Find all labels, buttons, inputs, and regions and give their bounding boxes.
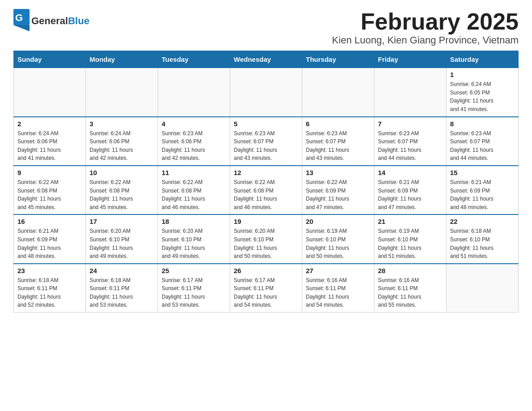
day-number: 19: [234, 218, 298, 225]
day-info: Sunrise: 6:19 AM Sunset: 6:10 PM Dayligh…: [306, 227, 370, 260]
calendar-week-5: 23Sunrise: 6:18 AM Sunset: 6:11 PM Dayli…: [14, 264, 519, 313]
calendar-cell: [446, 264, 519, 313]
page-header: G General Blue February 2025 Kien Luong,…: [13, 9, 519, 46]
logo-general: General: [31, 15, 68, 27]
day-number: 18: [162, 218, 226, 225]
day-number: 21: [378, 218, 442, 225]
day-number: 25: [162, 267, 226, 274]
calendar-cell: 7Sunrise: 6:23 AM Sunset: 6:07 PM Daylig…: [374, 117, 446, 166]
calendar-cell: 8Sunrise: 6:23 AM Sunset: 6:07 PM Daylig…: [446, 117, 519, 166]
calendar-cell: 4Sunrise: 6:23 AM Sunset: 6:06 PM Daylig…: [158, 117, 230, 166]
calendar-title-block: February 2025 Kien Luong, Kien Giang Pro…: [332, 9, 519, 46]
weekday-header-thursday: Thursday: [302, 51, 374, 68]
day-info: Sunrise: 6:21 AM Sunset: 6:09 PM Dayligh…: [450, 178, 515, 211]
day-info: Sunrise: 6:20 AM Sunset: 6:10 PM Dayligh…: [234, 227, 298, 260]
calendar-table: SundayMondayTuesdayWednesdayThursdayFrid…: [13, 51, 519, 313]
day-info: Sunrise: 6:16 AM Sunset: 6:11 PM Dayligh…: [378, 276, 442, 309]
calendar-cell: 9Sunrise: 6:22 AM Sunset: 6:08 PM Daylig…: [14, 166, 86, 214]
calendar-cell: 21Sunrise: 6:19 AM Sunset: 6:10 PM Dayli…: [374, 214, 446, 263]
day-info: Sunrise: 6:23 AM Sunset: 6:06 PM Dayligh…: [162, 129, 226, 163]
day-info: Sunrise: 6:22 AM Sunset: 6:09 PM Dayligh…: [306, 178, 370, 211]
calendar-cell: 27Sunrise: 6:16 AM Sunset: 6:11 PM Dayli…: [302, 264, 374, 313]
calendar-cell: 10Sunrise: 6:22 AM Sunset: 6:08 PM Dayli…: [86, 166, 158, 214]
calendar-cell: 23Sunrise: 6:18 AM Sunset: 6:11 PM Dayli…: [14, 264, 86, 313]
day-info: Sunrise: 6:18 AM Sunset: 6:10 PM Dayligh…: [450, 227, 515, 260]
day-number: 27: [306, 267, 370, 274]
day-number: 12: [234, 169, 298, 176]
day-info: Sunrise: 6:24 AM Sunset: 6:05 PM Dayligh…: [450, 80, 515, 113]
day-info: Sunrise: 6:18 AM Sunset: 6:11 PM Dayligh…: [90, 276, 154, 309]
day-info: Sunrise: 6:20 AM Sunset: 6:10 PM Dayligh…: [90, 227, 154, 260]
calendar-cell: [374, 68, 446, 117]
day-info: Sunrise: 6:20 AM Sunset: 6:10 PM Dayligh…: [162, 227, 226, 260]
calendar-cell: 13Sunrise: 6:22 AM Sunset: 6:09 PM Dayli…: [302, 166, 374, 214]
day-info: Sunrise: 6:24 AM Sunset: 6:06 PM Dayligh…: [17, 129, 82, 163]
day-info: Sunrise: 6:23 AM Sunset: 6:07 PM Dayligh…: [450, 129, 515, 163]
day-number: 7: [378, 120, 442, 128]
day-number: 23: [17, 267, 82, 274]
weekday-header-friday: Friday: [374, 51, 446, 68]
day-number: 24: [90, 267, 154, 274]
day-number: 8: [450, 120, 515, 128]
calendar-cell: 24Sunrise: 6:18 AM Sunset: 6:11 PM Dayli…: [86, 264, 158, 313]
day-number: 1: [450, 71, 515, 78]
weekday-header-saturday: Saturday: [446, 51, 519, 68]
day-info: Sunrise: 6:17 AM Sunset: 6:11 PM Dayligh…: [234, 276, 298, 309]
logo: G General Blue: [13, 9, 90, 33]
weekday-header-tuesday: Tuesday: [158, 51, 230, 68]
calendar-title: February 2025: [332, 9, 519, 34]
day-number: 28: [378, 267, 442, 274]
day-number: 26: [234, 267, 298, 274]
day-info: Sunrise: 6:24 AM Sunset: 6:06 PM Dayligh…: [90, 129, 154, 163]
calendar-cell: 17Sunrise: 6:20 AM Sunset: 6:10 PM Dayli…: [86, 214, 158, 263]
weekday-header-wednesday: Wednesday: [230, 51, 302, 68]
day-info: Sunrise: 6:16 AM Sunset: 6:11 PM Dayligh…: [306, 276, 370, 309]
day-number: 15: [450, 169, 515, 176]
day-number: 10: [90, 169, 154, 176]
svg-marker-1: [13, 25, 30, 31]
day-info: Sunrise: 6:21 AM Sunset: 6:09 PM Dayligh…: [378, 178, 442, 211]
calendar-cell: [302, 68, 374, 117]
logo-icon: G: [13, 9, 30, 33]
logo-blue: Blue: [68, 15, 90, 27]
day-info: Sunrise: 6:19 AM Sunset: 6:10 PM Dayligh…: [378, 227, 442, 260]
calendar-subtitle: Kien Luong, Kien Giang Province, Vietnam: [332, 34, 519, 46]
calendar-cell: 6Sunrise: 6:23 AM Sunset: 6:07 PM Daylig…: [302, 117, 374, 166]
calendar-cell: 5Sunrise: 6:23 AM Sunset: 6:07 PM Daylig…: [230, 117, 302, 166]
calendar-cell: 3Sunrise: 6:24 AM Sunset: 6:06 PM Daylig…: [86, 117, 158, 166]
calendar-cell: 28Sunrise: 6:16 AM Sunset: 6:11 PM Dayli…: [374, 264, 446, 313]
day-info: Sunrise: 6:22 AM Sunset: 6:08 PM Dayligh…: [90, 178, 154, 211]
calendar-header-row: SundayMondayTuesdayWednesdayThursdayFrid…: [14, 51, 519, 68]
day-info: Sunrise: 6:23 AM Sunset: 6:07 PM Dayligh…: [306, 129, 370, 163]
calendar-cell: 2Sunrise: 6:24 AM Sunset: 6:06 PM Daylig…: [14, 117, 86, 166]
day-info: Sunrise: 6:22 AM Sunset: 6:08 PM Dayligh…: [17, 178, 82, 211]
calendar-cell: 25Sunrise: 6:17 AM Sunset: 6:11 PM Dayli…: [158, 264, 230, 313]
day-info: Sunrise: 6:23 AM Sunset: 6:07 PM Dayligh…: [234, 129, 298, 163]
calendar-cell: 1Sunrise: 6:24 AM Sunset: 6:05 PM Daylig…: [446, 68, 519, 117]
day-number: 13: [306, 169, 370, 176]
weekday-header-sunday: Sunday: [14, 51, 86, 68]
day-number: 14: [378, 169, 442, 176]
calendar-cell: [86, 68, 158, 117]
day-number: 9: [17, 169, 82, 176]
calendar-cell: 18Sunrise: 6:20 AM Sunset: 6:10 PM Dayli…: [158, 214, 230, 263]
calendar-cell: [158, 68, 230, 117]
day-number: 2: [17, 120, 82, 128]
day-info: Sunrise: 6:21 AM Sunset: 6:09 PM Dayligh…: [17, 227, 82, 260]
day-number: 5: [234, 120, 298, 128]
calendar-cell: 22Sunrise: 6:18 AM Sunset: 6:10 PM Dayli…: [446, 214, 519, 263]
calendar-cell: [230, 68, 302, 117]
day-number: 17: [90, 218, 154, 225]
weekday-header-monday: Monday: [86, 51, 158, 68]
calendar-week-1: 1Sunrise: 6:24 AM Sunset: 6:05 PM Daylig…: [14, 68, 519, 117]
day-number: 20: [306, 218, 370, 225]
day-number: 22: [450, 218, 515, 225]
day-info: Sunrise: 6:22 AM Sunset: 6:08 PM Dayligh…: [234, 178, 298, 211]
calendar-cell: 16Sunrise: 6:21 AM Sunset: 6:09 PM Dayli…: [14, 214, 86, 263]
day-info: Sunrise: 6:23 AM Sunset: 6:07 PM Dayligh…: [378, 129, 442, 163]
calendar-week-2: 2Sunrise: 6:24 AM Sunset: 6:06 PM Daylig…: [14, 117, 519, 166]
calendar-cell: 20Sunrise: 6:19 AM Sunset: 6:10 PM Dayli…: [302, 214, 374, 263]
calendar-cell: 11Sunrise: 6:22 AM Sunset: 6:08 PM Dayli…: [158, 166, 230, 214]
day-info: Sunrise: 6:22 AM Sunset: 6:08 PM Dayligh…: [162, 178, 226, 211]
day-number: 4: [162, 120, 226, 128]
